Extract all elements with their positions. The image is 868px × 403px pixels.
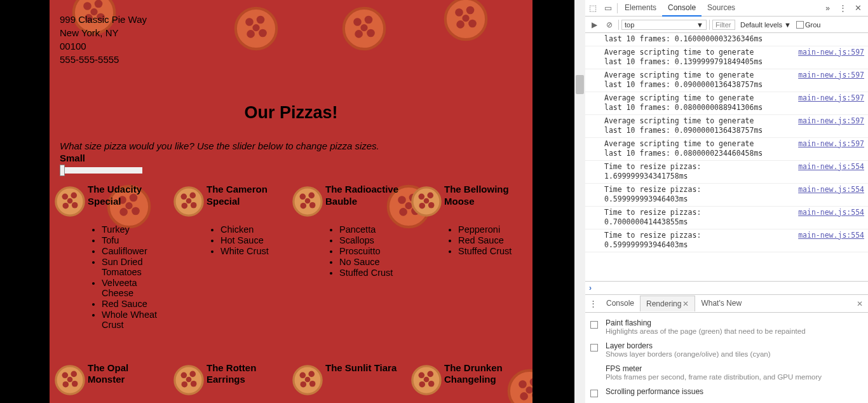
close-icon[interactable]: ✕	[850, 3, 865, 13]
console-log-entry: last 10 frames: 0.1600000003236346ms	[585, 33, 868, 46]
svg-point-50	[189, 193, 196, 199]
option-checkbox[interactable]	[590, 390, 598, 397]
svg-point-45	[62, 203, 69, 209]
svg-point-62	[427, 193, 433, 199]
size-prompt: What size pizza would you like? Use the …	[50, 140, 532, 151]
log-source-link[interactable]: main-new.js:597	[798, 48, 864, 58]
rendering-option: Paint flashingHighlights areas of the pa…	[589, 315, 864, 338]
svg-point-65	[424, 198, 430, 204]
chevron-down-icon: ▼	[696, 21, 703, 29]
pizza-icon	[171, 362, 207, 398]
tab-close-icon[interactable]: ✕	[682, 299, 689, 308]
more-tabs[interactable]: »	[820, 1, 835, 16]
svg-point-57	[300, 203, 306, 209]
svg-point-71	[67, 376, 73, 382]
vertical-scrollbar[interactable]	[574, 0, 585, 403]
drawer-tab-rendering[interactable]: Rendering✕	[640, 296, 695, 311]
drawer-close-icon[interactable]: ✕	[857, 299, 868, 308]
address-line2: New York, NY	[60, 26, 522, 39]
svg-point-64	[428, 202, 435, 208]
pizza-name: The Udacity Special	[88, 184, 167, 208]
pizza-icon	[52, 362, 88, 398]
devtools-tab-console[interactable]: Console	[662, 0, 702, 17]
pizza-icon	[171, 184, 207, 219]
log-source-link[interactable]: main-new.js:597	[798, 71, 864, 81]
ingredient: Chicken	[220, 224, 286, 235]
log-source-link[interactable]: main-new.js:554	[798, 185, 864, 195]
pizza-name: The Radioactive Bauble	[325, 184, 405, 208]
devtools-tab-sources[interactable]: Sources	[702, 0, 741, 17]
devtools-panel: ⬚ ▭ ElementsConsoleSources » ⋮ ✕ ▶ ⊘ top…	[585, 0, 868, 403]
pizza-card: The Cameron SpecialChickenHot SauceWhite…	[171, 184, 290, 331]
log-source-link[interactable]: main-new.js:597	[798, 116, 864, 126]
pizza-card: The Drunken Changeling	[409, 362, 527, 398]
svg-point-46	[72, 202, 78, 208]
drawer-menu-icon[interactable]: ⋮	[585, 299, 600, 308]
ingredient: Hot Sauce	[220, 235, 286, 245]
run-icon[interactable]: ▶	[588, 20, 600, 29]
pizza-icon	[290, 362, 325, 398]
log-levels[interactable]: Default levels ▼	[740, 21, 791, 29]
option-desc: Highlights areas of the page (green) tha…	[606, 327, 863, 335]
pizza-name: The Bellowing Moose	[444, 184, 524, 208]
devtools-tabbar: ⬚ ▭ ElementsConsoleSources » ⋮ ✕	[585, 0, 868, 17]
svg-point-75	[181, 381, 187, 387]
ingredient: White Crust	[220, 246, 286, 256]
rendering-option: FPS meterPlots frames per second, frame …	[589, 361, 864, 384]
svg-point-83	[305, 376, 311, 382]
drawer-tab-whatsnew[interactable]: What's New	[695, 296, 747, 311]
pizza-card: The Udacity SpecialTurkeyTofuCauliflower…	[52, 184, 171, 331]
console-log-entry: main-new.js:597Average scripting time to…	[585, 92, 868, 115]
ingredient: Tofu	[102, 235, 167, 245]
page-content[interactable]: 999 Classic Pie Way New York, NY 00100 5…	[50, 0, 532, 403]
rendering-options: Paint flashingHighlights areas of the pa…	[585, 313, 868, 403]
console-log-entry: main-new.js:554Time to resize pizzas:0.5…	[585, 229, 868, 252]
pizza-name: The Opal Monster	[88, 362, 167, 386]
device-icon[interactable]: ▭	[600, 3, 616, 13]
option-checkbox[interactable]	[590, 321, 598, 329]
svg-point-55	[300, 194, 306, 200]
log-source-link[interactable]: main-new.js:554	[798, 231, 864, 241]
svg-point-88	[428, 380, 435, 386]
menu-icon[interactable]: ⋮	[835, 3, 850, 13]
rendering-option: Layer bordersShows layer borders (orange…	[589, 338, 864, 361]
console-log-list[interactable]: last 10 frames: 0.1600000003236346msmain…	[585, 33, 868, 281]
pizza-card: The Opal Monster	[52, 362, 171, 398]
pizza-icon	[409, 362, 444, 398]
console-prompt[interactable]: ›	[585, 281, 868, 294]
group-checkbox[interactable]	[796, 21, 804, 29]
pizza-card: The Bellowing MoosePepperoniRed SauceStu…	[409, 184, 527, 331]
ingredient: Pepperoni	[458, 224, 524, 235]
scrollbar-thumb[interactable]	[576, 75, 584, 94]
log-source-link[interactable]: main-new.js:597	[798, 93, 864, 104]
page-viewport: 999 Classic Pie Way New York, NY 00100 5…	[0, 0, 585, 403]
pizza-icon	[52, 184, 88, 219]
console-toolbar: ▶ ⊘ top▼ Filter Default levels ▼ Grou	[585, 17, 868, 33]
drawer: ⋮ ConsoleRendering✕What's New ✕ Paint fl…	[585, 294, 868, 403]
filter-input[interactable]: Filter	[712, 20, 735, 30]
clear-icon[interactable]: ⊘	[603, 20, 616, 29]
ingredient: Proscuitto	[339, 246, 405, 256]
inspect-icon[interactable]: ⬚	[585, 3, 600, 13]
console-log-entry: main-new.js:554Time to resize pizzas:0.5…	[585, 184, 868, 207]
log-source-link[interactable]: main-new.js:554	[798, 162, 864, 172]
svg-point-85	[419, 372, 425, 378]
ingredients-list: TurkeyTofuCauliflowerSun Dried TomatoesV…	[88, 224, 167, 330]
address-phone: 555-555-5555	[60, 53, 522, 66]
drawer-tab-console[interactable]: Console	[600, 296, 640, 311]
svg-point-77	[186, 376, 192, 382]
section-title: Our Pizzas!	[50, 103, 532, 123]
svg-point-44	[71, 193, 77, 199]
group-label: Grou	[805, 21, 820, 29]
context-selector[interactable]: top▼	[621, 20, 707, 30]
svg-point-52	[191, 202, 197, 208]
svg-point-79	[300, 372, 306, 378]
devtools-tab-elements[interactable]: Elements	[619, 0, 662, 17]
console-log-entry: main-new.js:597Average scripting time to…	[585, 46, 868, 69]
option-checkbox[interactable]	[590, 344, 598, 352]
size-slider[interactable]	[60, 167, 142, 174]
svg-point-58	[309, 202, 316, 208]
log-source-link[interactable]: main-new.js:554	[798, 208, 864, 218]
ingredient: Velveeta Cheese	[102, 278, 167, 298]
log-source-link[interactable]: main-new.js:597	[798, 139, 864, 149]
